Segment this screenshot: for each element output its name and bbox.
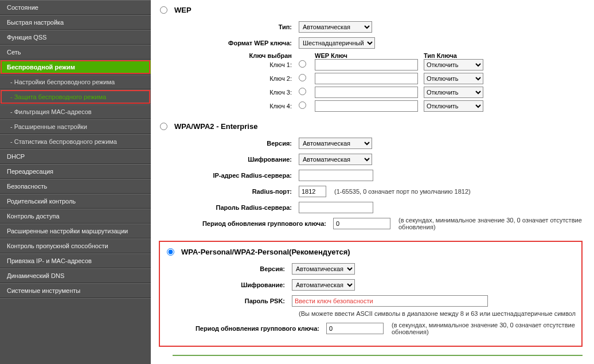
enterprise-radio[interactable]: [160, 123, 167, 130]
sidebar-item-network[interactable]: Сеть: [0, 45, 151, 60]
pers-cipher-select[interactable]: Автоматическая: [292, 279, 355, 291]
wep-key4-type[interactable]: Отключить: [424, 100, 483, 112]
wep-key4-input[interactable]: [315, 100, 418, 112]
pers-psk-hint: (Вы можете ввести ASCII символы в диапаз…: [166, 310, 576, 317]
wep-key1-label: Ключ 1:: [173, 61, 299, 68]
wep-key4-radio[interactable]: [299, 101, 306, 109]
wep-type-select[interactable]: Автоматическая: [299, 21, 372, 33]
ent-gk-input[interactable]: [333, 218, 390, 229]
personal-radio[interactable]: [167, 248, 174, 256]
ent-radius-port-hint: (1-65535, 0 означает порт по умолчанию 1…: [334, 188, 471, 195]
pers-gk-label: Период обновления группового ключа:: [166, 325, 326, 332]
wep-radio[interactable]: [160, 6, 167, 14]
wep-col-selected: Ключ выбран: [173, 52, 299, 59]
ent-cipher-label: Шифрование:: [173, 156, 299, 163]
sidebar-empty: [0, 298, 151, 364]
sidebar-item-wireless-security[interactable]: - Защита беспроводного режима: [0, 89, 151, 104]
ent-gk-hint: (в секундах, минимальное значение 30, 0 …: [398, 217, 583, 230]
enterprise-section: WPA/WPA2 - Enterprise Версия: Автоматиче…: [173, 122, 583, 230]
wep-key-row-2: Ключ 2: Отключить: [173, 73, 583, 84]
wep-key1-type[interactable]: Отключить: [424, 59, 483, 71]
wep-key2-label: Ключ 2:: [173, 75, 299, 82]
ent-radius-pass-label: Пароль Radius-сервера:: [173, 204, 299, 211]
ent-radius-ip-label: IP-адрес Radius-сервера:: [173, 172, 299, 179]
personal-title: WPA-Personal/WPA2-Personal(Рекомендуется…: [181, 248, 350, 256]
pers-version-label: Версия:: [166, 265, 292, 272]
sidebar-item-dhcp[interactable]: DHCP: [0, 149, 151, 164]
sidebar: Состояние Быстрая настройка Функция QSS …: [0, 0, 151, 364]
sidebar-item-wireless[interactable]: Беспроводной режим: [0, 60, 151, 75]
wep-key-row-1: Ключ 1: Отключить: [173, 59, 583, 71]
ent-cipher-select[interactable]: Автоматическая: [299, 154, 372, 165]
separator: [173, 355, 583, 356]
sidebar-item-advanced[interactable]: - Расширенные настройки: [0, 119, 151, 134]
sidebar-item-system-tools[interactable]: Системные инструменты: [0, 283, 151, 298]
wep-format-select[interactable]: Шестнадцатеричный: [299, 37, 375, 49]
enterprise-title: WPA/WPA2 - Enterprise: [174, 122, 257, 131]
pers-gk-input[interactable]: [326, 323, 384, 334]
pers-cipher-label: Шифрование:: [166, 281, 292, 288]
wep-key1-input[interactable]: [315, 59, 418, 71]
ent-version-select[interactable]: Автоматическая: [299, 138, 372, 149]
sidebar-item-forwarding[interactable]: Переадресация: [0, 164, 151, 179]
pers-psk-label: Пароль PSK:: [166, 298, 292, 304]
pers-psk-input[interactable]: [292, 295, 488, 307]
ent-radius-port-label: Radius-порт:: [173, 188, 299, 195]
sidebar-item-mac-filter[interactable]: - Фильтрация MAC-адресов: [0, 104, 151, 119]
wep-key4-label: Ключ 4:: [173, 103, 299, 109]
sidebar-item-security[interactable]: Безопасность: [0, 179, 151, 194]
ent-version-label: Версия:: [173, 140, 299, 147]
sidebar-item-bandwidth[interactable]: Контроль пропускной способности: [0, 238, 151, 253]
wep-key3-radio[interactable]: [299, 88, 306, 95]
wep-key-row-3: Ключ 3: Отключить: [173, 87, 583, 98]
sidebar-item-routing[interactable]: Расширенные настройки маршрутизации: [0, 224, 151, 238]
ent-radius-port-input[interactable]: [299, 186, 326, 197]
wep-key2-input[interactable]: [315, 73, 418, 84]
ent-radius-ip-input[interactable]: [299, 170, 373, 181]
personal-section: WPA-Personal/WPA2-Personal(Рекомендуется…: [159, 241, 583, 347]
sidebar-item-access-control[interactable]: Контроль доступа: [0, 209, 151, 224]
sidebar-item-status[interactable]: Состояние: [0, 0, 151, 15]
pers-version-select[interactable]: Автоматическая: [292, 263, 355, 275]
ent-gk-label: Период обновления группового ключа:: [173, 220, 333, 227]
sidebar-item-wireless-settings[interactable]: - Настройки беспроводного режима: [0, 75, 151, 89]
wep-section: WEP Тип: Автоматическая Формат WEP ключа…: [173, 6, 583, 112]
wep-col-key: WEP Ключ: [315, 52, 424, 59]
wep-key1-radio[interactable]: [299, 60, 306, 68]
wep-col-type: Тип Ключа: [424, 52, 493, 59]
sidebar-item-quick-setup[interactable]: Быстрая настройка: [0, 15, 151, 30]
pers-gk-hint: (в секундах, минимальное значение 30, 0 …: [392, 322, 576, 335]
wep-key3-label: Ключ 3:: [173, 89, 299, 96]
wep-format-label: Формат WEP ключа:: [173, 40, 299, 46]
sidebar-item-wireless-stats[interactable]: - Статистика беспроводного режима: [0, 134, 151, 149]
sidebar-item-parental[interactable]: Родительский контроль: [0, 194, 151, 209]
ent-radius-pass-input[interactable]: [299, 202, 373, 213]
wep-key2-type[interactable]: Отключить: [424, 73, 483, 84]
wep-key2-radio[interactable]: [299, 74, 306, 81]
wep-key3-input[interactable]: [315, 87, 418, 98]
wep-type-label: Тип:: [173, 24, 299, 30]
main-content: WEP Тип: Автоматическая Формат WEP ключа…: [151, 0, 594, 364]
sidebar-item-ddns[interactable]: Динамический DNS: [0, 268, 151, 283]
wep-key3-type[interactable]: Отключить: [424, 87, 483, 98]
wep-title: WEP: [174, 6, 192, 14]
wep-key-row-4: Ключ 4: Отключить: [173, 100, 583, 112]
sidebar-item-ip-mac-binding[interactable]: Привязка IP- и MAC-адресов: [0, 253, 151, 268]
sidebar-item-qss[interactable]: Функция QSS: [0, 30, 151, 45]
